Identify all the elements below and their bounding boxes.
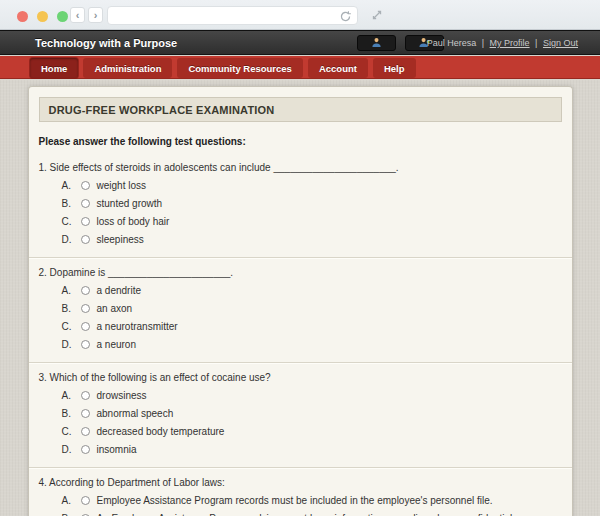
- option-label: decreased body temperature: [97, 426, 225, 437]
- option-radio[interactable]: [81, 427, 90, 436]
- app-header: Technology with a Purpose Paul Heresa: [0, 30, 600, 55]
- option-label: abnormal speech: [97, 408, 174, 419]
- option-label: loss of body hair: [97, 216, 170, 227]
- user-name: Paul Heresa: [427, 38, 477, 48]
- question-block: 2. Dopamine is ______________________.A.…: [29, 257, 572, 362]
- option-letter: D.: [62, 234, 77, 245]
- user-icon: [371, 34, 382, 52]
- tab-account[interactable]: Account: [308, 58, 368, 78]
- option-radio[interactable]: [81, 391, 90, 400]
- option-row: A.Employee Assistance Program records mu…: [62, 495, 562, 506]
- option-radio[interactable]: [81, 409, 90, 418]
- option-letter: D.: [62, 444, 77, 455]
- option-letter: D.: [62, 339, 77, 350]
- window-controls: [17, 11, 68, 22]
- option-letter: A.: [62, 495, 77, 506]
- option-row: A.weight loss: [62, 180, 562, 191]
- option-radio[interactable]: [81, 322, 90, 331]
- question-text: 3. Which of the following is an effect o…: [39, 372, 562, 383]
- instructions-text: Please answer the following test questio…: [39, 136, 562, 147]
- questions: 1. Side effects of steroids in adolescen…: [29, 153, 572, 516]
- option-radio[interactable]: [81, 217, 90, 226]
- option-label: drowsiness: [97, 390, 147, 401]
- browser-chrome: ‹ ›: [0, 0, 600, 30]
- option-letter: A.: [62, 390, 77, 401]
- minimize-window-icon[interactable]: [37, 11, 48, 22]
- refresh-icon[interactable]: [339, 9, 352, 22]
- question-text: 1. Side effects of steroids in adolescen…: [39, 162, 562, 173]
- option-radio[interactable]: [81, 235, 90, 244]
- fullscreen-expand-icon[interactable]: [370, 8, 384, 22]
- link-separator: |: [482, 38, 484, 48]
- option-label: a neurotransmitter: [97, 321, 178, 332]
- option-radio[interactable]: [81, 199, 90, 208]
- option-row: C.decreased body temperature: [62, 426, 562, 437]
- main-nav: HomeAdministrationCommunity ResourcesAcc…: [0, 56, 600, 79]
- link-separator: |: [535, 38, 537, 48]
- option-row: A.drowsiness: [62, 390, 562, 401]
- question-text: 4. According to Department of Labor laws…: [39, 477, 562, 488]
- option-letter: A.: [62, 180, 77, 191]
- option-radio[interactable]: [81, 286, 90, 295]
- option-row: B.abnormal speech: [62, 408, 562, 419]
- option-radio[interactable]: [81, 181, 90, 190]
- my-profile-link[interactable]: My Profile: [490, 38, 530, 48]
- option-label: insomnia: [97, 444, 137, 455]
- url-input[interactable]: [107, 6, 358, 25]
- account-links: Paul Heresa | My Profile | Sign Out: [427, 31, 578, 55]
- option-letter: A.: [62, 285, 77, 296]
- option-row: A.a dendrite: [62, 285, 562, 296]
- option-label: an axon: [97, 303, 133, 314]
- option-row: C.loss of body hair: [62, 216, 562, 227]
- option-label: sleepiness: [97, 234, 144, 245]
- option-radio[interactable]: [81, 304, 90, 313]
- option-letter: C.: [62, 321, 77, 332]
- question-block: 4. According to Department of Labor laws…: [29, 467, 572, 516]
- tab-home[interactable]: Home: [30, 58, 78, 78]
- question-text: 2. Dopamine is ______________________.: [39, 267, 562, 278]
- option-label: a neuron: [97, 339, 136, 350]
- option-label: weight loss: [97, 180, 146, 191]
- page-title: DRUG-FREE WORKPLACE EXAMINATION: [39, 97, 562, 122]
- nav-tabs: HomeAdministrationCommunity ResourcesAcc…: [30, 58, 416, 78]
- option-label: a dendrite: [97, 285, 141, 296]
- brand-title: Technology with a Purpose: [35, 31, 177, 55]
- user-profile-button[interactable]: [357, 35, 396, 51]
- option-letter: C.: [62, 426, 77, 437]
- tab-administration[interactable]: Administration: [83, 58, 172, 78]
- option-letter: C.: [62, 216, 77, 227]
- question-block: 1. Side effects of steroids in adolescen…: [29, 153, 572, 257]
- option-letter: B.: [62, 303, 77, 314]
- close-window-icon[interactable]: [17, 11, 28, 22]
- tab-community-resources[interactable]: Community Resources: [177, 58, 302, 78]
- content-panel: DRUG-FREE WORKPLACE EXAMINATION Please a…: [28, 86, 573, 516]
- option-letter: B.: [62, 198, 77, 209]
- option-label: stunted growth: [97, 198, 163, 209]
- page-background: DRUG-FREE WORKPLACE EXAMINATION Please a…: [0, 80, 600, 516]
- question-block: 3. Which of the following is an effect o…: [29, 362, 572, 467]
- option-row: D.a neuron: [62, 339, 562, 350]
- option-row: D.sleepiness: [62, 234, 562, 245]
- browser-back-button[interactable]: ‹: [70, 7, 85, 23]
- browser-forward-button[interactable]: ›: [88, 7, 103, 23]
- option-radio[interactable]: [81, 340, 90, 349]
- option-row: B.stunted growth: [62, 198, 562, 209]
- option-label: Employee Assistance Program records must…: [97, 495, 493, 506]
- option-radio[interactable]: [81, 496, 90, 505]
- option-row: C.a neurotransmitter: [62, 321, 562, 332]
- option-row: D.insomnia: [62, 444, 562, 455]
- option-letter: B.: [62, 408, 77, 419]
- option-radio[interactable]: [81, 445, 90, 454]
- zoom-window-icon[interactable]: [57, 11, 68, 22]
- tab-help[interactable]: Help: [373, 58, 416, 78]
- sign-out-link[interactable]: Sign Out: [543, 38, 578, 48]
- option-row: B.an axon: [62, 303, 562, 314]
